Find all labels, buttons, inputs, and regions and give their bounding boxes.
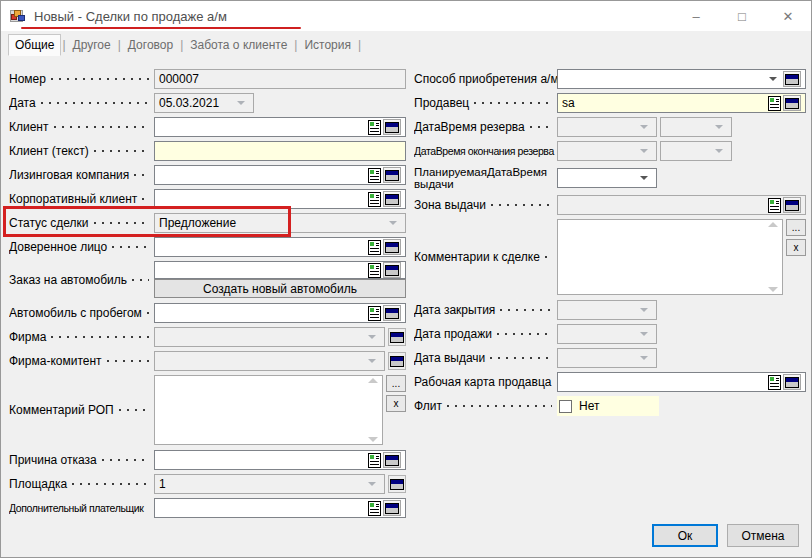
title-red-underline-annotation xyxy=(21,27,301,29)
chevron-down-icon xyxy=(237,101,245,105)
open-form-icon[interactable] xyxy=(383,239,401,255)
tab-drugoe[interactable]: Другое xyxy=(67,35,117,55)
firma-label: Фирма xyxy=(9,330,46,344)
chevron-down-icon[interactable] xyxy=(769,77,777,81)
open-form-icon[interactable] xyxy=(783,95,801,111)
status-value: Предложение xyxy=(159,216,385,230)
prichina-label: Причина отказа xyxy=(9,453,97,467)
scroll-down-icon[interactable] xyxy=(768,287,778,292)
chevron-down-icon xyxy=(640,356,648,360)
select-list-icon[interactable] xyxy=(768,198,781,213)
ellipsis-button[interactable]: ... xyxy=(386,375,406,392)
dotted-leader xyxy=(134,174,149,176)
zona-field xyxy=(557,195,806,215)
ellipsis-button[interactable]: ... xyxy=(786,219,806,236)
scrollbar[interactable] xyxy=(365,378,380,442)
open-form-icon[interactable] xyxy=(383,119,401,135)
dotted-leader xyxy=(72,483,149,485)
klient-text-field[interactable] xyxy=(154,141,406,161)
scrollbar[interactable] xyxy=(765,222,780,292)
maximize-icon[interactable]: □ xyxy=(719,1,765,31)
select-list-icon[interactable] xyxy=(368,306,381,321)
flit-checkbox[interactable] xyxy=(559,400,572,413)
row-comment-rop: Комментарий РОП ... x xyxy=(9,375,406,445)
rab-karta-field[interactable] xyxy=(557,372,806,392)
comment-rop-textarea[interactable] xyxy=(154,375,383,445)
rezerv-end-time-dropdown xyxy=(660,141,732,161)
tab-istoriya[interactable]: История xyxy=(298,35,357,55)
window-title: Новый - Сделки по продаже а/м xyxy=(34,9,227,24)
row-prodavec: Продавец sa xyxy=(414,93,806,113)
klient-label: Клиент xyxy=(9,120,49,134)
prodavec-label: Продавец xyxy=(414,96,469,110)
minimize-icon[interactable]: – xyxy=(673,1,719,31)
select-list-icon[interactable] xyxy=(368,501,381,516)
open-form-icon[interactable] xyxy=(783,374,801,390)
select-list-icon[interactable] xyxy=(768,375,781,390)
row-probeg: Автомобиль с пробегом xyxy=(9,303,406,323)
row-sposob: Способ приобретения а/м xyxy=(414,69,806,89)
cancel-button[interactable]: Отмена xyxy=(727,524,799,547)
open-form-icon[interactable] xyxy=(383,500,401,516)
row-data-zakrytiya: Дата закрытия xyxy=(414,300,806,320)
sposob-dropdown[interactable] xyxy=(557,69,806,89)
plan-vydacha-dropdown[interactable] xyxy=(557,168,657,188)
open-form-icon[interactable] xyxy=(388,328,406,346)
tab-obshchie[interactable]: Общие xyxy=(8,34,61,56)
status-dropdown: Предложение xyxy=(154,213,406,233)
select-list-icon[interactable] xyxy=(768,96,781,111)
select-list-icon[interactable] xyxy=(368,120,381,135)
probeg-field[interactable] xyxy=(154,303,406,323)
dotted-leader xyxy=(102,459,149,461)
scroll-up-icon[interactable] xyxy=(368,378,378,383)
chevron-down-icon xyxy=(640,332,648,336)
doverennoe-field[interactable] xyxy=(154,237,406,257)
dotted-leader xyxy=(54,126,150,128)
clear-button[interactable]: x xyxy=(386,395,406,412)
open-form-icon[interactable] xyxy=(783,71,801,87)
deal-form-window: Новый - Сделки по продаже а/м – □ ✕ Общи… xyxy=(0,0,812,558)
create-new-car-button[interactable]: Создать новый автомобиль xyxy=(154,279,406,298)
scroll-down-icon[interactable] xyxy=(368,437,378,442)
lizing-field[interactable] xyxy=(154,165,406,185)
select-list-icon[interactable] xyxy=(368,453,381,468)
scroll-up-icon[interactable] xyxy=(768,222,778,227)
select-list-icon[interactable] xyxy=(368,168,381,183)
zakaz-field[interactable] xyxy=(154,261,406,279)
tab-strip: Общие| Другое| Договор| Забота о клиенте… xyxy=(1,31,811,58)
nomer-value: 000007 xyxy=(159,72,401,86)
dop-platelshik-field[interactable] xyxy=(154,498,406,518)
open-form-icon[interactable] xyxy=(383,167,401,183)
tab-zabota[interactable]: Забота о клиенте xyxy=(184,35,293,55)
select-list-icon[interactable] xyxy=(368,192,381,207)
open-form-icon[interactable] xyxy=(783,197,801,213)
select-list-icon[interactable] xyxy=(368,263,381,278)
open-form-icon[interactable] xyxy=(388,475,406,493)
data-vydachi-label: Дата выдачи xyxy=(414,351,485,365)
prichina-field[interactable] xyxy=(154,450,406,470)
data-value: 05.03.2021 xyxy=(159,96,233,110)
comment-sdelka-textarea[interactable] xyxy=(557,219,783,295)
chevron-down-icon xyxy=(715,149,723,153)
tab-dogovor[interactable]: Договор xyxy=(122,35,179,55)
prodavec-field[interactable]: sa xyxy=(557,93,806,113)
chevron-down-icon[interactable] xyxy=(640,176,648,180)
ok-button[interactable]: Ок xyxy=(652,524,718,547)
ploshadka-dropdown: 1 xyxy=(154,474,385,494)
textarea-buttons: ... x xyxy=(786,219,806,295)
klient-field[interactable] xyxy=(154,117,406,137)
open-form-icon[interactable] xyxy=(383,262,401,278)
lizing-label: Лизинговая компания xyxy=(9,168,129,182)
row-nomer: Номер 000007 xyxy=(9,69,406,89)
dotted-leader xyxy=(147,312,149,314)
open-form-icon[interactable] xyxy=(383,191,401,207)
status-label: Статус сделки xyxy=(9,216,89,230)
open-form-icon[interactable] xyxy=(383,305,401,321)
dotted-leader xyxy=(500,309,552,311)
open-form-icon[interactable] xyxy=(383,452,401,468)
close-icon[interactable]: ✕ xyxy=(765,1,811,31)
korp-klient-field[interactable] xyxy=(154,189,406,209)
open-form-icon[interactable] xyxy=(388,352,406,370)
clear-button[interactable]: x xyxy=(786,239,806,256)
select-list-icon[interactable] xyxy=(368,240,381,255)
